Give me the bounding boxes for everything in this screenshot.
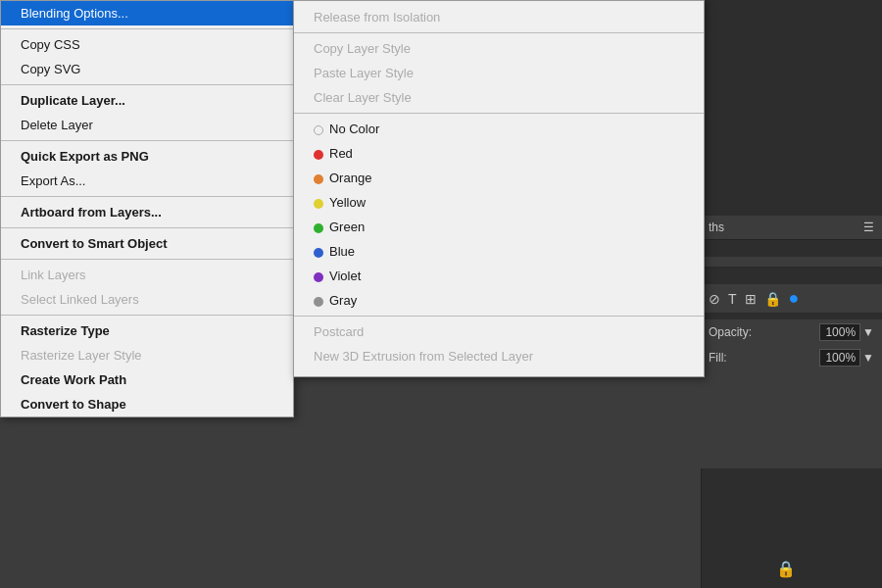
color-dot-none bbox=[314, 125, 323, 135]
fill-value[interactable]: 100% bbox=[819, 349, 860, 367]
submenu-label-yellow: Yellow bbox=[329, 195, 366, 210]
menu-item-select-linked-layers: Select Linked Layers bbox=[1, 287, 293, 312]
submenu-label-new-3d-extrusion: New 3D Extrusion from Selected Layer bbox=[314, 349, 533, 364]
menu-item-artboard-from-layers[interactable]: Artboard from Layers... bbox=[1, 200, 293, 224]
bottom-lock-icon[interactable]: 🔒 bbox=[776, 560, 796, 578]
lock-icons-row: ⊘ T ⊞ 🔒 ● bbox=[701, 284, 882, 314]
lock-position-icon[interactable]: ⊞ bbox=[745, 291, 757, 307]
color-dot-blue bbox=[314, 248, 323, 258]
submenu-separator bbox=[294, 113, 704, 114]
color-dot-gray bbox=[314, 297, 323, 307]
menu-item-rasterize-layer-style: Rasterize Layer Style bbox=[1, 343, 293, 368]
lock-dot-icon[interactable]: ● bbox=[789, 288, 800, 309]
submenu-item-green[interactable]: Green bbox=[294, 215, 704, 239]
submenu-label-paste-layer-style: Paste Layer Style bbox=[314, 66, 414, 80]
submenu-item-paste-layer-style: Paste Layer Style bbox=[294, 61, 704, 85]
submenu-item-yellow[interactable]: Yellow bbox=[294, 190, 704, 215]
right-panel: ths ☰ ⊘ T ⊞ 🔒 ● Opacity: 100% ▼ Fill: 10… bbox=[701, 0, 882, 588]
submenu-label-violet: Violet bbox=[329, 269, 361, 283]
layers-tool-row bbox=[701, 257, 882, 268]
lock-image-icon[interactable]: T bbox=[728, 291, 737, 307]
menu-separator bbox=[1, 196, 293, 197]
submenu-label-copy-layer-style: Copy Layer Style bbox=[314, 41, 411, 56]
submenu-label-orange: Orange bbox=[329, 171, 371, 185]
submenu-item-blue[interactable]: Blue bbox=[294, 239, 704, 264]
submenu-item-postcard: Postcard bbox=[294, 319, 704, 344]
menu-item-delete-layer[interactable]: Delete Layer bbox=[1, 113, 293, 137]
color-dot-green bbox=[314, 223, 323, 233]
menu-item-quick-export[interactable]: Quick Export as PNG bbox=[1, 144, 293, 169]
menu-item-export-as[interactable]: Export As... bbox=[1, 169, 293, 193]
layers-list-area bbox=[701, 370, 882, 468]
submenu-item-gray[interactable]: Gray bbox=[294, 288, 704, 313]
submenu-label-postcard: Postcard bbox=[314, 324, 364, 339]
menu-separator bbox=[1, 259, 293, 260]
submenu-item-violet[interactable]: Violet bbox=[294, 264, 704, 288]
fill-label: Fill: bbox=[709, 351, 727, 365]
menu-item-link-layers: Link Layers bbox=[1, 263, 293, 287]
submenu-item-copy-layer-style: Copy Layer Style bbox=[294, 36, 704, 61]
menu-separator bbox=[1, 227, 293, 228]
color-dot-orange bbox=[314, 174, 323, 184]
menu-item-copy-css[interactable]: Copy CSS bbox=[1, 32, 293, 57]
menu-item-convert-to-shape[interactable]: Convert to Shape bbox=[1, 392, 293, 416]
opacity-label: Opacity: bbox=[709, 325, 752, 339]
layers-panel-title: ths bbox=[709, 220, 724, 234]
lock-all-icon[interactable]: 🔒 bbox=[764, 291, 781, 307]
menu-item-copy-svg[interactable]: Copy SVG bbox=[1, 57, 293, 81]
menu-item-create-work-path[interactable]: Create Work Path bbox=[1, 368, 293, 392]
menu-separator bbox=[1, 28, 293, 29]
menu-separator bbox=[1, 315, 293, 316]
menu-separator bbox=[1, 140, 293, 141]
submenu-label-red: Red bbox=[329, 146, 353, 161]
menu-item-rasterize-type[interactable]: Rasterize Type bbox=[1, 318, 293, 343]
submenu-label-no-color: No Color bbox=[329, 122, 379, 136]
submenu-label-blue: Blue bbox=[329, 244, 355, 259]
color-dot-yellow bbox=[314, 199, 323, 209]
submenu-item-orange[interactable]: Orange bbox=[294, 166, 704, 190]
submenu-label-green: Green bbox=[329, 220, 365, 234]
submenu-item-no-color[interactable]: No Color bbox=[294, 117, 704, 141]
submenu-item-red[interactable]: Red bbox=[294, 141, 704, 166]
opacity-dropdown-arrow[interactable]: ▼ bbox=[862, 325, 874, 339]
submenu-label-clear-layer-style: Clear Layer Style bbox=[314, 90, 412, 105]
fill-row: Fill: 100% ▼ bbox=[701, 345, 882, 371]
menu-item-convert-smart-object[interactable]: Convert to Smart Object bbox=[1, 231, 293, 256]
color-dot-red bbox=[314, 150, 323, 160]
opacity-value[interactable]: 100% bbox=[819, 323, 860, 341]
fill-dropdown-arrow[interactable]: ▼ bbox=[862, 351, 874, 365]
submenu-item-clear-layer-style: Clear Layer Style bbox=[294, 85, 704, 110]
submenu-item-release-from-isolation: Release from Isolation bbox=[294, 5, 704, 29]
opacity-row: Opacity: 100% ▼ bbox=[701, 319, 882, 346]
left-context-menu: Blending Options...Copy CSSCopy SVGDupli… bbox=[0, 0, 294, 417]
lock-transparency-icon[interactable]: ⊘ bbox=[709, 291, 720, 307]
submenu-item-new-3d-extrusion: New 3D Extrusion from Selected Layer bbox=[294, 344, 704, 368]
menu-item-duplicate-layer[interactable]: Duplicate Layer... bbox=[1, 88, 293, 113]
menu-item-blending-options[interactable]: Blending Options... bbox=[1, 1, 293, 25]
right-context-menu: Release from IsolationCopy Layer StylePa… bbox=[293, 0, 705, 377]
menu-separator bbox=[1, 84, 293, 85]
submenu-label-gray: Gray bbox=[329, 293, 357, 308]
submenu-label-release-from-isolation: Release from Isolation bbox=[314, 10, 440, 24]
submenu-separator bbox=[294, 316, 704, 317]
submenu-separator bbox=[294, 32, 704, 33]
layers-panel-header: ths ☰ bbox=[701, 216, 882, 240]
layers-panel-menu-icon[interactable]: ☰ bbox=[863, 220, 874, 234]
color-dot-violet bbox=[314, 272, 323, 282]
